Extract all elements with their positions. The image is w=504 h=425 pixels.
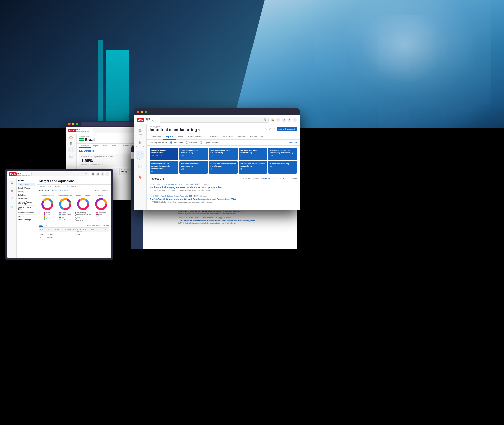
tablet-filter-exchange[interactable]: Stock Exchange — [18, 218, 35, 221]
brazil-dot-min[interactable] — [72, 123, 74, 125]
notification-icon[interactable]: 🔔 — [271, 118, 275, 122]
emis-search-bar[interactable]: 🔍 — [160, 117, 269, 123]
tablet-filter-pe[interactable]: P/Y VC — [18, 215, 35, 218]
ma-view-list[interactable]: List — [44, 224, 47, 227]
tab-statistics[interactable]: Statistics — [207, 134, 220, 140]
tablet-filter-deal[interactable]: Deal Details › — [18, 197, 35, 200]
window-dot-maximize[interactable] — [145, 111, 147, 113]
ma-refresh-icon[interactable]: ↻ — [92, 189, 94, 192]
brazil-tab-statistics[interactable]: Statistics — [110, 144, 121, 148]
settings-icon[interactable]: ⚙ — [276, 118, 280, 122]
ma-view-table[interactable]: Table — [39, 224, 43, 227]
category-semiconductors[interactable]: Semiconductors and semiconductors parts … — [150, 161, 178, 174]
close-icon[interactable]: ✕ — [293, 118, 297, 122]
tab-indicators[interactable]: Industry indicators — [186, 134, 207, 140]
download-all-icon[interactable]: ⬇ — [279, 178, 281, 180]
brazil-dot-close[interactable] — [68, 123, 71, 125]
reports-list-header: Reports 271 Select all Sort by: Relevanc… — [150, 177, 297, 180]
translate-icon[interactable]: A↔ — [283, 178, 287, 180]
tablet-sb-chart[interactable]: 📊 — [9, 203, 15, 209]
category-electrical[interactable]: Electrical equipment manufacturing 142 — [179, 148, 208, 160]
ma-share-icon[interactable]: ↗ — [94, 189, 96, 192]
edit-icon[interactable]: ✎ — [198, 129, 200, 131]
ma-filter-charts[interactable]: Charts — [58, 190, 63, 191]
category-rail[interactable]: Rail stock and parts manufacturing 266 — [239, 148, 267, 160]
report-title-0[interactable]: Mobile Medical Imaging Market—Trends and… — [150, 186, 297, 189]
sidebar-reports-icon[interactable]: 📄 — [136, 151, 144, 158]
brazil-dot-max[interactable] — [76, 123, 78, 125]
category-batteries[interactable]: Batteries and power supplies manufacturi… — [239, 161, 267, 174]
ma-tab-reports[interactable]: Reports — [54, 185, 63, 188]
tablet-table-icon[interactable]: ⊟ — [101, 172, 105, 176]
tablet-filter-country[interactable]: Country/Region › — [18, 186, 35, 190]
ma-filter-deals[interactable]: Deals — [52, 190, 57, 191]
tab-reports[interactable]: Reports — [163, 134, 176, 140]
brazil-tab-reports[interactable]: Reports — [91, 144, 101, 148]
sidebar-analytics-icon[interactable]: 📊 — [136, 163, 144, 170]
radio-subsectors[interactable]: Subsectors — [170, 141, 183, 144]
tablet-filter-dealtype[interactable]: Deal Type: M&A, ECM — [18, 206, 35, 211]
ma-tab-news[interactable]: News — [46, 185, 54, 188]
tablet-applied-chip[interactable]: Last 3 months — [18, 183, 35, 186]
tablet-filter-industry[interactable]: Industry › — [18, 190, 35, 193]
ma-tab-league[interactable]: League tables — [63, 185, 77, 188]
brazil-sb-home[interactable]: 🏠 — [69, 136, 73, 139]
tablet-sb-reports[interactable]: 📄 — [9, 195, 15, 201]
sidebar-dashboard-icon[interactable]: ▦ — [136, 138, 144, 146]
add-dashboard-button[interactable]: Add to Dashboard — [277, 127, 297, 131]
grid-icon[interactable]: ⊞ — [282, 118, 286, 122]
tablet-filter-attrib[interactable]: M&A Deal Attributes — [18, 211, 35, 215]
sidebar-home-icon[interactable]: 🏠 — [136, 126, 144, 134]
radio-sources[interactable]: Sources — [186, 141, 197, 144]
tablet-search-bar[interactable]: 🔍 — [32, 172, 89, 176]
bookmark-icon[interactable]: ♡ — [273, 128, 275, 130]
share-icon[interactable]: ↗ — [269, 128, 271, 130]
tab-news[interactable]: News — [176, 134, 186, 140]
ma-export-btn[interactable]: ↓ Export — [103, 224, 109, 227]
sidebar-bookmark-icon[interactable]: 🔖 — [136, 173, 144, 181]
window-dot-close[interactable] — [137, 111, 139, 113]
translate-label[interactable]: Translate — [289, 178, 297, 180]
share-all-icon[interactable]: ↗ — [276, 178, 277, 180]
tablet-sb-dash[interactable]: ▦ — [9, 187, 15, 193]
category-ventilation[interactable]: Ventilation / heating / air conditioning… — [268, 148, 297, 160]
radio-regions[interactable]: Regions/Countries — [200, 141, 219, 144]
hide-chart-link[interactable]: Hide chart — [288, 141, 297, 144]
tablet-close-icon[interactable]: ✕ — [105, 172, 109, 176]
sort-value[interactable]: Relevance — [260, 178, 270, 180]
report-title-1[interactable]: Top 10 Growth Opportunities in Oil and G… — [150, 198, 297, 200]
refresh-icon[interactable]: ↻ — [265, 128, 267, 130]
bookmark-all-icon[interactable]: ♡ — [272, 178, 274, 180]
category-shipbuilding[interactable]: Ship building and parts manufacturing 21… — [209, 148, 238, 160]
tab-sources[interactable]: Sources — [235, 134, 248, 140]
category-aircraft[interactable]: Aircraft manufacturing 22 — [268, 161, 297, 174]
category-count-2: 219 — [210, 155, 236, 156]
tablet-grid-icon[interactable]: ⊞ — [91, 172, 95, 176]
brazil-sb-reports[interactable]: 📄 — [68, 147, 74, 152]
ind-title-1[interactable]: Top 10 Growth Opportunities in Oil and G… — [178, 220, 295, 222]
tablet-filter-date[interactable]: Date Range › — [18, 193, 35, 197]
tab-related[interactable]: Related content — [248, 134, 267, 140]
category-electronics[interactable]: Industrial electronics manufacturing 196 — [179, 161, 208, 174]
ma-filter-map[interactable]: Map — [64, 190, 68, 191]
tablet-list-icon[interactable]: ▤ — [96, 172, 100, 176]
tablet-sb-home[interactable]: 🏠 — [9, 179, 15, 185]
brazil-sb-dash[interactable]: ▦ — [70, 141, 72, 145]
tab-overview[interactable]: Overview — [150, 134, 163, 140]
category-industrial-machinery[interactable]: Industrial machinery manufacturing 5416 … — [150, 148, 178, 160]
report-meta-0: Jan 10, 2024 Frost & Sullivan · Global R… — [150, 183, 297, 185]
select-all[interactable]: Select all — [242, 178, 250, 180]
tablet-filter-industry-label: Industry — [18, 191, 24, 192]
ma-tab-deals[interactable]: Deals — [39, 185, 46, 188]
category-sensor[interactable]: Sensor and control equipment manufactur.… — [209, 161, 238, 174]
brazil-sb-chart[interactable]: 📊 — [69, 154, 73, 158]
ma-bookmark-icon[interactable]: ♡ — [97, 189, 99, 192]
tablet-filter-valuation[interactable]: Valuation Figures and Multiples — [18, 200, 35, 206]
ind-title-0[interactable]: Mobile Medical Imaging Market—Trends and… — [178, 210, 295, 212]
window-dot-minimize[interactable] — [141, 111, 143, 113]
tab-ma[interactable]: M&A Deals — [220, 134, 236, 140]
brazil-tab-news[interactable]: News — [101, 144, 110, 148]
brazil-tab-overview[interactable]: Overview — [79, 144, 91, 148]
ma-customise-col[interactable]: Customise column — [87, 224, 102, 227]
list-icon[interactable]: ☰ — [287, 118, 291, 122]
